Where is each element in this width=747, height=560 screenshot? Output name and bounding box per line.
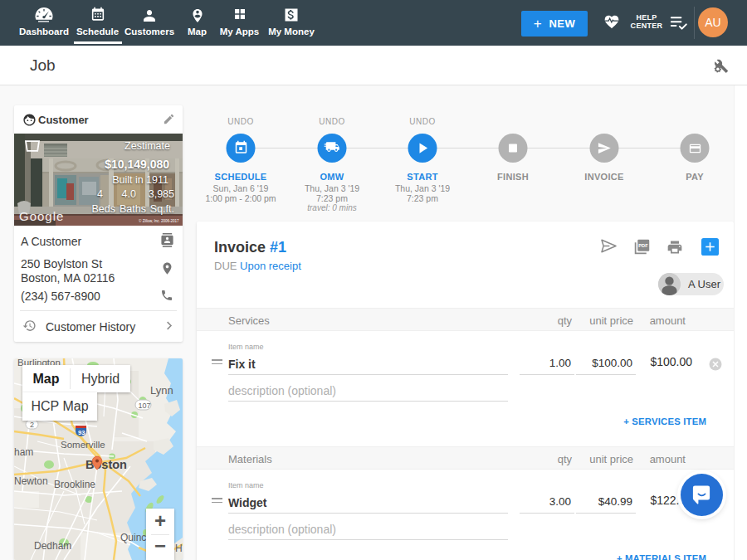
svg-text:93: 93 xyxy=(78,429,85,436)
svg-text:Newton: Newton xyxy=(14,475,48,487)
svg-text:Boston: Boston xyxy=(85,458,127,471)
svg-text:Hi: Hi xyxy=(175,543,183,554)
svg-text:Brookline: Brookline xyxy=(54,479,95,490)
svg-text:107: 107 xyxy=(139,402,151,410)
svg-text:Somerville: Somerville xyxy=(61,440,105,450)
svg-text:ham: ham xyxy=(14,446,33,458)
svg-text:PDF: PDF xyxy=(638,243,648,248)
svg-text:2: 2 xyxy=(30,421,34,429)
svg-text:Dedham: Dedham xyxy=(34,540,71,552)
svg-text:Lynn: Lynn xyxy=(150,384,173,397)
